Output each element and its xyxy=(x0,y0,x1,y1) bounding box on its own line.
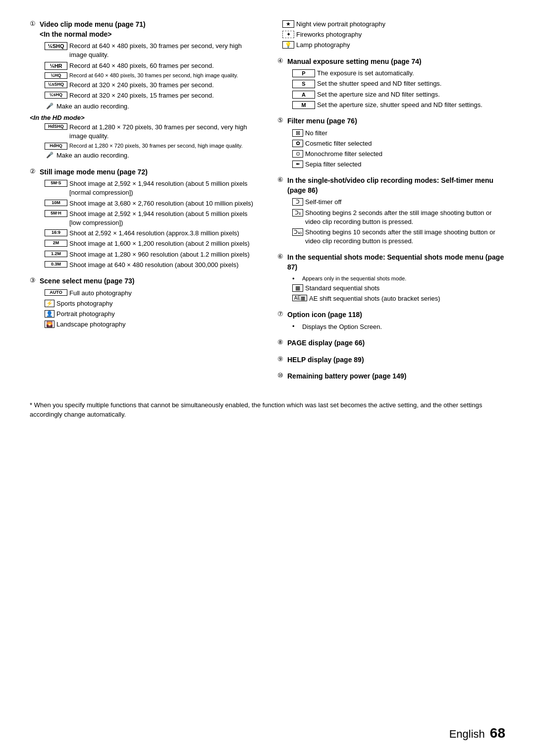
icon-2m: 2M xyxy=(45,240,67,247)
mic-icon: 🎤 xyxy=(45,103,54,109)
item-text: Sepia filter selected xyxy=(305,160,505,169)
scene-select-continued: ★ Night view portrait photography ✦ Fire… xyxy=(277,20,505,50)
icon-landscape: 🌄 xyxy=(45,321,54,328)
main-content: ① Video clip mode menu (page 71)<In the … xyxy=(30,20,505,388)
section-7: ⑦ Option icon (page 118) • Displays the … xyxy=(277,310,505,331)
list-item: AUTO Full auto photography xyxy=(40,289,258,298)
section-2-num: ② xyxy=(30,167,40,175)
section-10-title: Remaining battery power (page 149) xyxy=(287,372,406,381)
section-1-title: Video clip mode menu (page 71)<In the no… xyxy=(40,20,146,39)
item-text: Record at 320 × 240 pixels, 30 frames pe… xyxy=(69,81,258,90)
section-4-items: P The exposure is set automatically. S S… xyxy=(277,69,505,109)
list-item: 🎤 Make an audio recording. xyxy=(40,102,258,111)
icon-hdhq: HdHQ xyxy=(45,143,67,150)
list-item: Ↄ₁₀ Shooting begins 10 seconds after the… xyxy=(287,228,505,246)
item-text: Shoot image at 640 × 480 resolution (abo… xyxy=(69,261,258,270)
section-6b-num: ⑥ xyxy=(277,253,287,260)
item-text: Set the aperture size and ND filter sett… xyxy=(317,90,505,99)
list-item: 10M Shoot image at 3,680 × 2,760 resolut… xyxy=(40,199,258,208)
list-item: ★ Night view portrait photography xyxy=(277,20,505,29)
section-6a-num: ⑥ xyxy=(277,176,287,183)
icon-monochrome-filter: ⊙ xyxy=(292,150,303,158)
language-label: English xyxy=(449,728,485,741)
icon-vhq: ¼HQ xyxy=(45,72,67,79)
item-text: Displays the Option Screen. xyxy=(302,323,505,331)
icon-sequential-std: ▦ xyxy=(292,284,303,292)
icon-auto: AUTO xyxy=(45,289,67,296)
list-item: 5M·S Shoot image at 2,592 × 1,944 resolu… xyxy=(40,179,258,197)
footer-note: * When you specify multiple functions th… xyxy=(30,400,505,420)
section-5-items: ⊠ No filter ✿ Cosmetic filter selected ⊙… xyxy=(277,129,505,169)
icon-12m: 1.2M xyxy=(45,251,67,258)
list-item: ¼HR Record at 640 × 480 pixels, 60 frame… xyxy=(40,61,258,70)
icon-5ms: 5M·S xyxy=(45,180,67,187)
item-text: The exposure is set automatically. xyxy=(317,69,505,78)
list-item: ▦ Standard sequential shots xyxy=(287,284,505,293)
item-text: Shoot image at 1,600 × 1,200 resolution … xyxy=(69,239,258,248)
icon-vsshq: ¼sSHQ xyxy=(45,81,67,88)
list-item: A Set the aperture size and ND filter se… xyxy=(287,90,505,99)
icon-lamp: 💡 xyxy=(282,41,294,49)
section-6a-title: In the single-shot/video clip recording … xyxy=(287,176,505,195)
list-item: 🌄 Landscape photography xyxy=(40,320,258,329)
section-8: ⑧ PAGE display (page 66) xyxy=(277,338,505,348)
list-item: 16:9 Shoot at 2,592 × 1,464 resolution (… xyxy=(40,229,258,238)
section-3-items: AUTO Full auto photography ⚡ Sports phot… xyxy=(30,289,258,329)
item-text: Record at 640 × 480 pixels, 30 frames pe… xyxy=(69,42,258,59)
section-2-items: 5M·S Shoot image at 2,592 × 1,944 resolu… xyxy=(30,179,258,270)
right-column: ★ Night view portrait photography ✦ Fire… xyxy=(277,20,505,388)
section-7-num: ⑦ xyxy=(277,310,287,318)
list-item: ⊠ No filter xyxy=(287,129,505,138)
section-3: ③ Scene select menu (page 73) AUTO Full … xyxy=(30,276,258,329)
item-text: Shooting begins 10 seconds after the sti… xyxy=(305,228,505,246)
icon-ae-sequential: AE▦ xyxy=(292,295,307,301)
list-item: HdSHQ Record at 1,280 × 720 pixels, 30 f… xyxy=(40,123,258,141)
item-text: Set the shutter speed and ND filter sett… xyxy=(317,79,505,88)
icon-sepia-filter: ✒ xyxy=(292,161,303,168)
bullet-item: • Displays the Option Screen. xyxy=(287,323,505,331)
section-4-title: Manual exposure setting menu (page 74) xyxy=(287,57,422,67)
list-item: 💡 Lamp photography xyxy=(277,41,505,50)
icon-portrait: 👤 xyxy=(45,310,54,318)
item-text: No filter xyxy=(305,129,505,138)
item-text: Shoot image at 3,680 × 2,760 resolution … xyxy=(69,199,258,208)
icon-5mh: 5M·H xyxy=(45,210,67,217)
section-9: ⑨ HELP display (page 89) xyxy=(277,355,505,365)
item-text: Sports photography xyxy=(56,299,258,308)
section-8-title: PAGE display (page 66) xyxy=(287,338,365,348)
section-3-title: Scene select menu (page 73) xyxy=(40,276,134,286)
item-text: Self-timer off xyxy=(305,198,505,207)
icon-10m: 10M xyxy=(45,200,67,207)
list-item: 0.3M Shoot image at 640 × 480 resolution… xyxy=(40,261,258,270)
icon-vsho: ¼SHQ xyxy=(45,42,67,50)
list-item: ¼SHQ Record at 640 × 480 pixels, 30 fram… xyxy=(40,42,258,59)
item-text: Fireworks photography xyxy=(296,30,505,39)
item-text: Record at 1,280 × 720 pixels, 30 frames … xyxy=(69,142,258,150)
list-item: ⚡ Sports photography xyxy=(40,299,258,308)
icon-sports: ⚡ xyxy=(45,300,54,307)
icon-timer-off: Ↄ xyxy=(292,198,303,206)
item-text: Shoot image at 2,592 × 1,944 resolution … xyxy=(69,210,258,227)
list-item: Ↄ Self-timer off xyxy=(287,198,505,207)
footer-note-text: * When you specify multiple functions th… xyxy=(30,401,482,419)
bullet-dot: • xyxy=(292,323,300,330)
section-5-title: Filter menu (page 76) xyxy=(287,116,357,126)
item-text: Lamp photography xyxy=(296,41,505,50)
section-3-num: ③ xyxy=(30,276,40,284)
list-item: Ↄ₂ Shooting begins 2 seconds after the s… xyxy=(287,209,505,226)
page-number: 68 xyxy=(490,725,505,741)
page-footer: English 68 xyxy=(449,725,505,741)
list-item: M Set the aperture size, shutter speed a… xyxy=(287,101,505,109)
list-item: ✿ Cosmetic filter selected xyxy=(287,139,505,148)
section-9-num: ⑨ xyxy=(277,355,287,363)
icon-a: A xyxy=(292,91,315,99)
bullet-item: • Appears only in the sequential shots m… xyxy=(287,275,505,282)
section-1-normal-items: ¼SHQ Record at 640 × 480 pixels, 30 fram… xyxy=(30,42,258,111)
item-text: Night view portrait photography xyxy=(296,20,505,29)
section-10: ⑩ Remaining battery power (page 149) xyxy=(277,372,505,381)
hd-mode-subheader: <In the HD mode> xyxy=(30,114,258,121)
list-item: 🎤 Make an audio recording. xyxy=(40,151,258,160)
list-item: ¼HQ Record at 640 × 480 pixels, 30 frame… xyxy=(40,72,258,79)
icon-m: M xyxy=(292,101,315,109)
item-text: Full auto photography xyxy=(69,289,258,298)
